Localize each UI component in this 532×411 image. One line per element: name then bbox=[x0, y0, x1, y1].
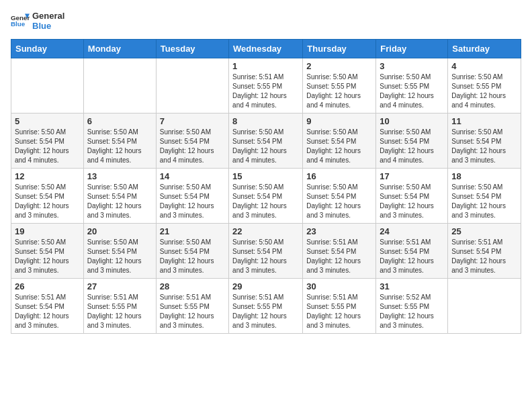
day-cell-10: 10Sunrise: 5:50 AM Sunset: 5:54 PM Dayli… bbox=[376, 113, 448, 169]
day-info: Sunrise: 5:50 AM Sunset: 5:54 PM Dayligh… bbox=[15, 183, 80, 220]
week-row-3: 12Sunrise: 5:50 AM Sunset: 5:54 PM Dayli… bbox=[11, 169, 521, 224]
day-cell-18: 18Sunrise: 5:50 AM Sunset: 5:54 PM Dayli… bbox=[448, 169, 521, 224]
day-info: Sunrise: 5:50 AM Sunset: 5:54 PM Dayligh… bbox=[87, 128, 152, 165]
day-number: 27 bbox=[87, 281, 152, 291]
day-number: 5 bbox=[15, 116, 80, 126]
weekday-header-monday: Monday bbox=[83, 40, 156, 58]
day-cell-11: 11Sunrise: 5:50 AM Sunset: 5:54 PM Dayli… bbox=[448, 113, 521, 169]
day-cell-12: 12Sunrise: 5:50 AM Sunset: 5:54 PM Dayli… bbox=[11, 169, 84, 224]
day-number: 11 bbox=[451, 116, 517, 126]
day-cell-14: 14Sunrise: 5:50 AM Sunset: 5:54 PM Dayli… bbox=[156, 169, 228, 224]
day-info: Sunrise: 5:51 AM Sunset: 5:55 PM Dayligh… bbox=[232, 293, 299, 330]
day-number: 6 bbox=[87, 116, 152, 126]
day-cell-29: 29Sunrise: 5:51 AM Sunset: 5:55 PM Dayli… bbox=[229, 279, 303, 334]
day-number: 28 bbox=[160, 281, 225, 291]
day-cell-6: 6Sunrise: 5:50 AM Sunset: 5:54 PM Daylig… bbox=[83, 113, 156, 169]
day-cell-15: 15Sunrise: 5:50 AM Sunset: 5:54 PM Dayli… bbox=[229, 169, 303, 224]
day-info: Sunrise: 5:51 AM Sunset: 5:54 PM Dayligh… bbox=[15, 293, 80, 330]
day-number: 20 bbox=[87, 226, 152, 236]
day-number: 22 bbox=[232, 226, 299, 236]
day-info: Sunrise: 5:50 AM Sunset: 5:54 PM Dayligh… bbox=[15, 238, 80, 275]
weekday-header-tuesday: Tuesday bbox=[156, 40, 228, 58]
day-number: 15 bbox=[232, 171, 299, 181]
day-number: 30 bbox=[306, 281, 372, 291]
calendar-table: SundayMondayTuesdayWednesdayThursdayFrid… bbox=[11, 39, 521, 334]
day-info: Sunrise: 5:50 AM Sunset: 5:55 PM Dayligh… bbox=[451, 73, 517, 110]
logo: General Blue General Blue bbox=[11, 11, 64, 31]
day-info: Sunrise: 5:50 AM Sunset: 5:54 PM Dayligh… bbox=[15, 128, 80, 165]
day-cell-16: 16Sunrise: 5:50 AM Sunset: 5:54 PM Dayli… bbox=[303, 169, 376, 224]
day-cell-4: 4Sunrise: 5:50 AM Sunset: 5:55 PM Daylig… bbox=[448, 58, 521, 113]
day-info: Sunrise: 5:50 AM Sunset: 5:54 PM Dayligh… bbox=[87, 238, 152, 275]
day-number: 16 bbox=[306, 171, 372, 181]
day-number: 25 bbox=[451, 226, 517, 236]
page-header: General Blue General Blue bbox=[11, 11, 521, 31]
day-info: Sunrise: 5:50 AM Sunset: 5:54 PM Dayligh… bbox=[380, 128, 444, 165]
empty-cell bbox=[156, 58, 228, 113]
day-info: Sunrise: 5:50 AM Sunset: 5:54 PM Dayligh… bbox=[306, 128, 372, 165]
day-cell-23: 23Sunrise: 5:51 AM Sunset: 5:54 PM Dayli… bbox=[303, 224, 376, 279]
weekday-header-wednesday: Wednesday bbox=[229, 40, 303, 58]
empty-cell bbox=[448, 279, 521, 334]
day-cell-1: 1Sunrise: 5:51 AM Sunset: 5:55 PM Daylig… bbox=[229, 58, 303, 113]
day-cell-19: 19Sunrise: 5:50 AM Sunset: 5:54 PM Dayli… bbox=[11, 224, 84, 279]
day-number: 2 bbox=[306, 61, 372, 71]
day-cell-25: 25Sunrise: 5:51 AM Sunset: 5:54 PM Dayli… bbox=[448, 224, 521, 279]
week-row-4: 19Sunrise: 5:50 AM Sunset: 5:54 PM Dayli… bbox=[11, 224, 521, 279]
day-info: Sunrise: 5:50 AM Sunset: 5:54 PM Dayligh… bbox=[232, 128, 299, 165]
day-number: 29 bbox=[232, 281, 299, 291]
day-info: Sunrise: 5:52 AM Sunset: 5:55 PM Dayligh… bbox=[380, 293, 444, 330]
day-number: 12 bbox=[15, 171, 80, 181]
week-row-1: 1Sunrise: 5:51 AM Sunset: 5:55 PM Daylig… bbox=[11, 58, 521, 113]
day-cell-28: 28Sunrise: 5:51 AM Sunset: 5:55 PM Dayli… bbox=[156, 279, 228, 334]
day-number: 10 bbox=[380, 116, 444, 126]
day-info: Sunrise: 5:50 AM Sunset: 5:54 PM Dayligh… bbox=[160, 238, 225, 275]
day-number: 26 bbox=[15, 281, 80, 291]
day-cell-3: 3Sunrise: 5:50 AM Sunset: 5:55 PM Daylig… bbox=[376, 58, 448, 113]
day-number: 14 bbox=[160, 171, 225, 181]
day-info: Sunrise: 5:51 AM Sunset: 5:54 PM Dayligh… bbox=[451, 238, 517, 275]
day-info: Sunrise: 5:50 AM Sunset: 5:54 PM Dayligh… bbox=[232, 238, 299, 275]
logo-icon: General Blue bbox=[11, 11, 30, 30]
day-cell-31: 31Sunrise: 5:52 AM Sunset: 5:55 PM Dayli… bbox=[376, 279, 448, 334]
day-cell-20: 20Sunrise: 5:50 AM Sunset: 5:54 PM Dayli… bbox=[83, 224, 156, 279]
day-info: Sunrise: 5:51 AM Sunset: 5:55 PM Dayligh… bbox=[306, 293, 372, 330]
day-number: 23 bbox=[306, 226, 372, 236]
day-number: 24 bbox=[380, 226, 444, 236]
day-cell-24: 24Sunrise: 5:51 AM Sunset: 5:54 PM Dayli… bbox=[376, 224, 448, 279]
logo-general: General bbox=[32, 11, 64, 21]
day-info: Sunrise: 5:50 AM Sunset: 5:54 PM Dayligh… bbox=[160, 183, 225, 220]
weekday-header-row: SundayMondayTuesdayWednesdayThursdayFrid… bbox=[11, 40, 521, 58]
day-info: Sunrise: 5:50 AM Sunset: 5:54 PM Dayligh… bbox=[306, 183, 372, 220]
week-row-2: 5Sunrise: 5:50 AM Sunset: 5:54 PM Daylig… bbox=[11, 113, 521, 169]
day-info: Sunrise: 5:50 AM Sunset: 5:54 PM Dayligh… bbox=[87, 183, 152, 220]
day-number: 7 bbox=[160, 116, 225, 126]
day-cell-26: 26Sunrise: 5:51 AM Sunset: 5:54 PM Dayli… bbox=[11, 279, 84, 334]
weekday-header-sunday: Sunday bbox=[11, 40, 84, 58]
day-cell-7: 7Sunrise: 5:50 AM Sunset: 5:54 PM Daylig… bbox=[156, 113, 228, 169]
day-number: 17 bbox=[380, 171, 444, 181]
day-cell-27: 27Sunrise: 5:51 AM Sunset: 5:55 PM Dayli… bbox=[83, 279, 156, 334]
day-number: 1 bbox=[232, 61, 299, 71]
svg-text:Blue: Blue bbox=[11, 20, 26, 28]
day-info: Sunrise: 5:51 AM Sunset: 5:55 PM Dayligh… bbox=[232, 73, 299, 110]
day-cell-5: 5Sunrise: 5:50 AM Sunset: 5:54 PM Daylig… bbox=[11, 113, 84, 169]
day-number: 3 bbox=[380, 61, 444, 71]
day-info: Sunrise: 5:50 AM Sunset: 5:54 PM Dayligh… bbox=[160, 128, 225, 165]
day-info: Sunrise: 5:50 AM Sunset: 5:54 PM Dayligh… bbox=[232, 183, 299, 220]
day-number: 9 bbox=[306, 116, 372, 126]
day-info: Sunrise: 5:50 AM Sunset: 5:54 PM Dayligh… bbox=[451, 183, 517, 220]
day-cell-9: 9Sunrise: 5:50 AM Sunset: 5:54 PM Daylig… bbox=[303, 113, 376, 169]
day-info: Sunrise: 5:51 AM Sunset: 5:54 PM Dayligh… bbox=[306, 238, 372, 275]
day-number: 19 bbox=[15, 226, 80, 236]
week-row-5: 26Sunrise: 5:51 AM Sunset: 5:54 PM Dayli… bbox=[11, 279, 521, 334]
day-number: 13 bbox=[87, 171, 152, 181]
day-number: 18 bbox=[451, 171, 517, 181]
day-cell-8: 8Sunrise: 5:50 AM Sunset: 5:54 PM Daylig… bbox=[229, 113, 303, 169]
weekday-header-saturday: Saturday bbox=[448, 40, 521, 58]
empty-cell bbox=[83, 58, 156, 113]
day-cell-30: 30Sunrise: 5:51 AM Sunset: 5:55 PM Dayli… bbox=[303, 279, 376, 334]
day-cell-17: 17Sunrise: 5:50 AM Sunset: 5:54 PM Dayli… bbox=[376, 169, 448, 224]
day-cell-2: 2Sunrise: 5:50 AM Sunset: 5:55 PM Daylig… bbox=[303, 58, 376, 113]
day-info: Sunrise: 5:50 AM Sunset: 5:55 PM Dayligh… bbox=[306, 73, 372, 110]
